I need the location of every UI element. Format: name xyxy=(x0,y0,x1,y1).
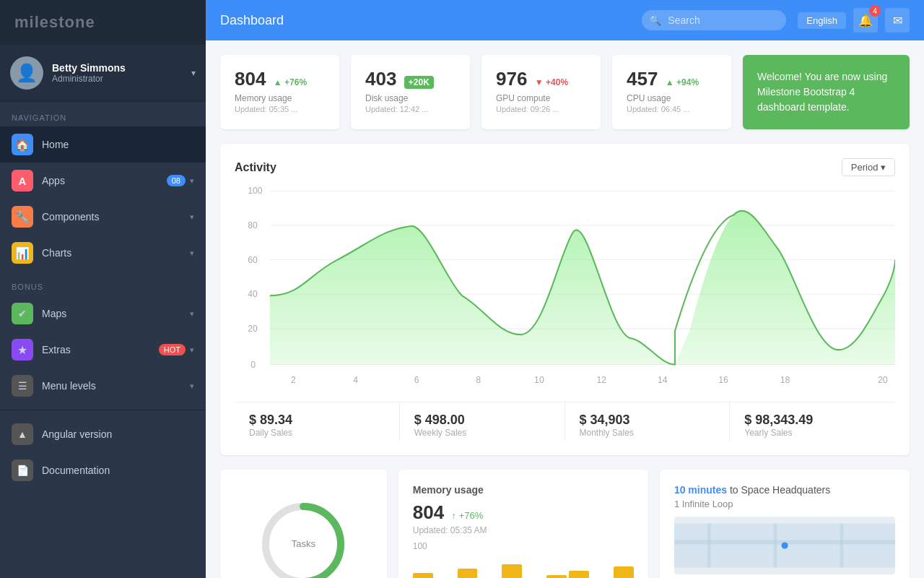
home-icon: 🏠 xyxy=(12,134,33,155)
memory-title: Memory usage xyxy=(413,484,634,496)
chevron-down-icon: ▾ xyxy=(190,249,194,258)
sales-amount: $ 34,903 xyxy=(580,413,730,428)
memory-value: 804 xyxy=(413,501,444,523)
chart-svg: 100 80 60 40 20 0 xyxy=(235,185,895,394)
svg-rect-28 xyxy=(840,523,843,567)
sales-amount: $ 98,343.49 xyxy=(744,413,895,428)
svg-rect-26 xyxy=(707,523,711,567)
sales-amount: $ 498.00 xyxy=(414,413,565,428)
chevron-down-icon: ▾ xyxy=(190,345,194,355)
sales-label: Weekly Sales xyxy=(414,428,565,438)
sales-amount: $ 89.34 xyxy=(249,413,399,428)
stat-label: CPU usage xyxy=(627,93,717,103)
sidebar-item-angular[interactable]: ▲ Angular version xyxy=(0,416,206,452)
sidebar-item-label: Apps xyxy=(42,175,167,186)
sidebar-item-menu-levels[interactable]: ☰ Menu levels ▾ xyxy=(0,368,206,404)
search-wrap: 🔍 xyxy=(642,10,786,30)
sidebar-item-docs[interactable]: 📄 Documentation xyxy=(0,452,206,488)
sidebar-item-label: Menu levels xyxy=(42,380,190,392)
sidebar-item-apps[interactable]: A Apps 08 ▾ xyxy=(0,163,206,199)
content-area: 804 ▲ +76% Memory usage Updated: 05:35 .… xyxy=(206,40,924,578)
sidebar-item-maps[interactable]: ✔ Maps ▾ xyxy=(0,296,206,332)
notification-button[interactable]: 🔔 4 xyxy=(853,8,878,33)
svg-text:20: 20 xyxy=(878,375,888,385)
donut-chart: Tasks xyxy=(256,497,350,579)
memory-updated: Updated: 05:35 AM xyxy=(413,525,634,535)
nav-section-label: NAVIGATION xyxy=(0,102,206,126)
stat-delta: ▲ +94% xyxy=(666,77,699,87)
sidebar-item-components[interactable]: 🔧 Components ▾ xyxy=(0,199,206,235)
stat-card-memory: 804 ▲ +76% Memory usage Updated: 05:35 .… xyxy=(220,55,339,129)
language-button[interactable]: English xyxy=(798,12,846,29)
stat-badge: +20K xyxy=(404,76,434,89)
monthly-sales: $ 34,903 Monthly Sales xyxy=(565,402,731,441)
message-button[interactable]: ✉ xyxy=(885,8,910,33)
tasks-card: Tasks xyxy=(220,470,387,578)
sidebar-item-label: Extras xyxy=(42,344,159,355)
svg-text:6: 6 xyxy=(414,375,419,385)
topbar: Dashboard 🔍 English 🔔 4 ✉ xyxy=(206,0,924,40)
sidebar-item-label: Angular version xyxy=(42,428,194,440)
brand-logo: milestone xyxy=(0,0,206,45)
period-button[interactable]: Period ▾ xyxy=(842,158,895,176)
stat-updated: Updated: 06:45 ... xyxy=(627,105,717,113)
donut-label: Tasks xyxy=(292,538,315,549)
sales-row: $ 89.34 Daily Sales $ 498.00 Weekly Sale… xyxy=(235,402,895,441)
activity-card: Activity Period ▾ 100 80 60 40 20 0 xyxy=(220,144,910,455)
yearly-sales: $ 98,343.49 Yearly Sales xyxy=(730,402,895,441)
stat-card-cpu: 457 ▲ +94% CPU usage Updated: 06:45 ... xyxy=(612,55,731,129)
svg-text:14: 14 xyxy=(658,375,668,385)
svg-text:10: 10 xyxy=(534,375,544,385)
sidebar: milestone 👤 Betty Simmons Administrator … xyxy=(0,0,206,578)
stat-label: GPU compute xyxy=(496,93,586,103)
menu-levels-icon: ☰ xyxy=(12,375,33,397)
sidebar-divider xyxy=(0,410,206,410)
location-time-text: 10 minutes to Space Headquaters xyxy=(674,484,895,496)
svg-text:60: 60 xyxy=(248,255,258,265)
svg-text:4: 4 xyxy=(353,375,358,385)
svg-text:8: 8 xyxy=(476,375,481,385)
svg-text:40: 40 xyxy=(248,289,258,299)
memory-delta: ↑ +76% xyxy=(452,510,484,521)
daily-sales: $ 89.34 Daily Sales xyxy=(235,402,400,441)
stat-updated: Updated: 12:42 ... xyxy=(365,105,456,113)
sidebar-item-extras[interactable]: ★ Extras HOT ▾ xyxy=(0,332,206,368)
stat-label: Disk usage xyxy=(365,93,456,103)
extras-icon: ★ xyxy=(12,339,33,361)
docs-icon: 📄 xyxy=(12,460,33,481)
sidebar-item-label: Components xyxy=(42,211,190,223)
location-destination: to Space Headquaters xyxy=(730,484,830,496)
svg-rect-27 xyxy=(774,523,777,567)
location-time: 10 minutes xyxy=(674,484,727,496)
search-icon: 🔍 xyxy=(649,14,661,26)
stat-updated: Updated: 09:26 ... xyxy=(496,105,586,113)
stat-delta: ▲ +76% xyxy=(274,77,307,87)
svg-text:16: 16 xyxy=(718,375,728,385)
extras-badge: HOT xyxy=(159,344,186,355)
donut-svg xyxy=(256,497,350,579)
components-icon: 🔧 xyxy=(12,206,33,228)
stat-updated: Updated: 05:35 ... xyxy=(235,105,325,113)
svg-point-29 xyxy=(781,542,788,548)
sales-label: Monthly Sales xyxy=(580,428,730,438)
stat-value: 804 xyxy=(235,68,266,90)
user-profile[interactable]: 👤 Betty Simmons Administrator ▾ xyxy=(0,45,206,102)
notification-badge: 4 xyxy=(869,5,881,17)
stat-value: 403 xyxy=(365,68,396,90)
search-input[interactable] xyxy=(642,10,786,30)
chevron-down-icon: ▾ xyxy=(190,212,194,222)
svg-text:100: 100 xyxy=(248,186,262,196)
user-chevron-icon: ▾ xyxy=(191,68,196,78)
user-name: Betty Simmons xyxy=(52,62,191,74)
bonus-section-label: BONUS xyxy=(0,271,206,296)
apps-icon: A xyxy=(12,170,33,191)
angular-icon: ▲ xyxy=(12,423,33,445)
sidebar-item-charts[interactable]: 📊 Charts ▾ xyxy=(0,235,206,271)
charts-icon: 📊 xyxy=(12,242,33,264)
sidebar-item-home[interactable]: 🏠 Home xyxy=(0,126,206,163)
brand-name: milestone xyxy=(14,13,95,31)
map-svg xyxy=(674,517,895,574)
activity-header: Activity Period ▾ xyxy=(235,158,895,176)
map-placeholder xyxy=(674,517,895,574)
bottom-row: Tasks Memory usage 804 ↑ +76% Updated: 0… xyxy=(220,470,910,578)
